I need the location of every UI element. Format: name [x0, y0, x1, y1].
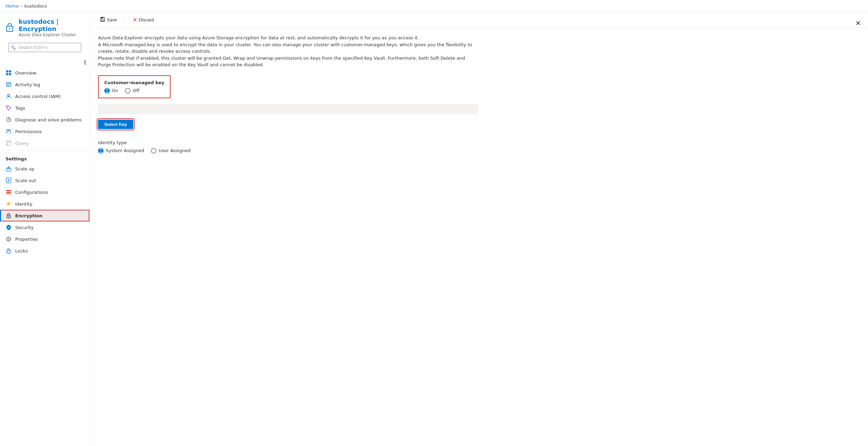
permissions-icon — [6, 128, 12, 135]
resource-title-area: kustodocs | Encryption Azure Data Explor… — [6, 17, 84, 41]
toolbar-divider — [125, 17, 125, 23]
sidebar: kustodocs | Encryption Azure Data Explor… — [0, 12, 90, 446]
scale-out-label: Scale out — [15, 178, 36, 183]
collapse-sidebar-button[interactable]: ⟪ — [0, 58, 89, 67]
nav-scale-out[interactable]: Scale out — [0, 175, 89, 186]
nav-activity-log[interactable]: Activity log — [0, 79, 89, 90]
cmk-on-label: On — [112, 88, 118, 93]
svg-point-1 — [9, 28, 10, 29]
nav-scale-up[interactable]: Scale up — [0, 163, 89, 175]
close-button[interactable]: ✕ — [855, 19, 861, 27]
security-label: Security — [15, 225, 33, 230]
user-assigned-label: User Assigned — [158, 148, 191, 153]
permissions-label: Permissions — [15, 129, 42, 134]
scale-up-icon — [6, 166, 12, 172]
overview-icon — [6, 70, 12, 76]
content-body: Azure Data Explorer encrypts your data u… — [90, 28, 868, 446]
nav-identity[interactable]: Identity — [0, 198, 89, 210]
description-line2: A Microsoft-managed key is used to encry… — [98, 41, 478, 55]
locks-label: Locks — [15, 248, 28, 254]
nav-query[interactable]: Query — [0, 137, 89, 149]
search-input[interactable] — [8, 43, 81, 52]
resource-info: kustodocs | Encryption Azure Data Explor… — [19, 18, 84, 37]
svg-point-10 — [8, 94, 10, 96]
nav-properties[interactable]: Properties — [0, 233, 89, 245]
activity-log-label: Activity log — [15, 82, 40, 87]
discard-button[interactable]: ✕ Discard — [129, 15, 157, 24]
separator-bar — [98, 104, 478, 114]
properties-icon — [6, 236, 12, 242]
select-key-button[interactable]: Select Key — [98, 120, 133, 129]
svg-rect-22 — [6, 192, 11, 193]
svg-rect-17 — [9, 141, 10, 143]
svg-rect-23 — [6, 194, 11, 194]
nav-security[interactable]: Security — [0, 221, 89, 233]
nav-locks[interactable]: Locks — [0, 245, 89, 257]
encryption-label: Encryption — [15, 213, 42, 218]
query-label: Query — [15, 141, 29, 146]
svg-rect-18 — [7, 143, 8, 145]
identity-label: Identity — [15, 201, 32, 207]
breadcrumb-home[interactable]: Home — [6, 3, 19, 9]
description-line1: Azure Data Explorer encrypts your data u… — [98, 34, 478, 41]
customer-managed-key-radio-group: On Off — [104, 88, 164, 93]
tags-icon — [6, 105, 12, 111]
breadcrumb-separator: › — [21, 4, 22, 8]
svg-rect-19 — [6, 169, 11, 171]
description-line3: Please note that if enabled, this cluste… — [98, 55, 478, 68]
svg-point-11 — [7, 107, 8, 107]
discard-label: Discard — [139, 17, 154, 22]
system-assigned-option[interactable]: System Assigned — [98, 148, 144, 153]
svg-rect-30 — [7, 250, 10, 253]
nav-tags[interactable]: Tags — [0, 102, 89, 114]
user-assigned-option[interactable]: User Assigned — [151, 148, 191, 153]
cmk-on-option[interactable]: On — [104, 88, 118, 93]
identity-type-section: Identity type System Assigned User Assig… — [98, 140, 860, 153]
activity-log-icon — [6, 81, 12, 88]
svg-rect-3 — [9, 70, 11, 72]
discard-icon: ✕ — [133, 17, 137, 23]
scale-up-label: Scale up — [15, 166, 35, 171]
svg-rect-16 — [7, 141, 8, 143]
access-control-label: Access control (IAM) — [15, 94, 61, 99]
scale-out-icon — [6, 177, 12, 184]
main-content: Save ✕ Discard Azure Data Explorer encry… — [90, 12, 868, 446]
nav-encryption[interactable]: Encryption — [0, 210, 89, 221]
save-label: Save — [107, 17, 117, 22]
resource-title: kustodocs | Encryption — [19, 18, 84, 32]
nav-configurations[interactable]: Configurations — [0, 186, 89, 198]
sidebar-header: kustodocs | Encryption Azure Data Explor… — [0, 12, 89, 58]
breadcrumb: Home › kustodocs — [0, 0, 868, 12]
configurations-label: Configurations — [15, 190, 48, 195]
diagnose-icon — [6, 117, 12, 123]
settings-section-label: Settings — [0, 152, 89, 163]
nav-access-control[interactable]: Access control (IAM) — [0, 90, 89, 102]
system-assigned-radio[interactable] — [98, 148, 104, 153]
security-icon — [6, 224, 12, 230]
user-assigned-radio[interactable] — [151, 148, 156, 153]
encryption-icon — [6, 212, 12, 219]
description: Azure Data Explorer encrypts your data u… — [98, 34, 478, 68]
system-assigned-label: System Assigned — [106, 148, 144, 153]
diagnose-label: Diagnose and solve problems — [15, 117, 81, 122]
nav-diagnose[interactable]: Diagnose and solve problems — [0, 114, 89, 126]
resource-subtitle: Azure Data Explorer Cluster — [19, 32, 84, 37]
svg-point-13 — [7, 130, 9, 131]
svg-rect-21 — [6, 190, 11, 191]
access-control-icon — [6, 93, 12, 99]
nav-overview[interactable]: Overview — [0, 67, 89, 79]
nav-permissions[interactable]: Permissions — [0, 126, 89, 137]
svg-rect-5 — [9, 73, 11, 75]
cmk-off-option[interactable]: Off — [125, 88, 139, 93]
svg-point-25 — [8, 216, 9, 217]
customer-managed-key-section: Customer-managed key On Off — [98, 75, 171, 98]
save-button[interactable]: Save — [97, 16, 120, 24]
svg-rect-2 — [6, 70, 8, 72]
resource-icon — [6, 23, 15, 32]
cmk-off-radio[interactable] — [125, 88, 131, 93]
svg-rect-33 — [101, 20, 104, 21]
svg-rect-4 — [6, 73, 8, 75]
svg-point-14 — [9, 130, 11, 131]
identity-icon — [6, 201, 12, 207]
cmk-on-radio[interactable] — [104, 88, 110, 93]
